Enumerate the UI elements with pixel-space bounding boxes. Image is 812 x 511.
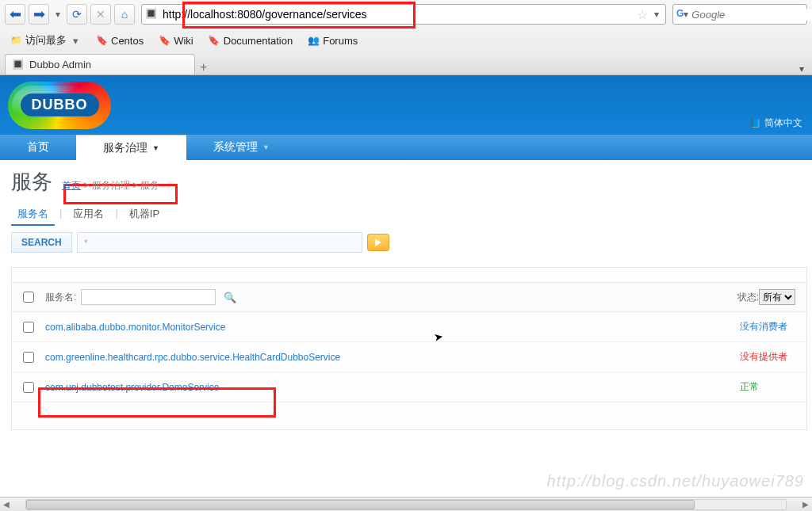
table-row: com.greenline.healthcard.rpc.dubbo.servi…	[12, 342, 806, 372]
table-header: 服务名: 🔍 状态: 所有	[12, 282, 806, 312]
history-dropdown[interactable]: ▾	[52, 9, 63, 20]
chevron-down-icon: ▼	[152, 144, 159, 152]
service-link[interactable]: com.greenline.healthcard.rpc.dubbo.servi…	[45, 352, 740, 363]
row-checkbox[interactable]	[23, 352, 34, 363]
url-dropdown[interactable]: ▾	[651, 9, 662, 20]
logo-text: DUBBO	[21, 93, 99, 116]
page-icon: 🔖	[208, 34, 220, 47]
nav-system[interactable]: 系统管理▼	[186, 135, 297, 160]
bookmark-centos[interactable]: 🔖Centos	[92, 32, 147, 48]
browser-tab-active[interactable]: 🔳 Dubbo Admin	[5, 54, 195, 74]
folder-icon: 📁	[10, 34, 22, 47]
back-button[interactable]: ⬅	[5, 4, 25, 25]
forums-icon: 👥	[307, 34, 320, 47]
language-icon: 📘	[750, 118, 761, 128]
subtab-machine-ip[interactable]: 机器IP	[123, 204, 166, 226]
search-icon[interactable]: 🔍	[224, 292, 236, 303]
browser-chrome: ⬅ ➡ ▾ ⟳ ✕ ⌂ 🔳 ☆ ▾ G ▾ 🔍 📁访问最多▾ 🔖Centos 🔖…	[0, 0, 812, 75]
results-panel: 服务名: 🔍 状态: 所有 com.alibaba.dubbo.monitor.…	[11, 267, 807, 430]
nav-governance[interactable]: 服务治理▼	[76, 135, 186, 160]
page-icon: 🔖	[158, 34, 170, 47]
crumb-gov: 服务治理	[92, 180, 130, 191]
service-link[interactable]: com.alibaba.dubbo.monitor.MonitorService	[45, 322, 740, 333]
page-title: 服务	[11, 168, 52, 196]
stop-button[interactable]: ✕	[90, 4, 111, 25]
url-bar[interactable]: 🔳 ☆ ▾	[141, 4, 666, 25]
browser-search-input[interactable]	[688, 9, 812, 21]
bookmark-documentation[interactable]: 🔖Documentation	[205, 32, 296, 48]
app-root: DUBBO 📘 简体中文 首页 服务治理▼ 系统管理▼ 服务 首页 > 服务治理…	[0, 75, 812, 430]
bookmark-wiki[interactable]: 🔖Wiki	[155, 32, 197, 48]
subtab-app-name[interactable]: 应用名	[67, 204, 110, 226]
page-icon: 🔖	[95, 34, 108, 47]
tab-favicon: 🔳	[12, 59, 25, 71]
subtab-service-name[interactable]: 服务名	[11, 204, 55, 226]
bookmarks-bar: 📁访问最多▾ 🔖Centos 🔖Wiki 🔖Documentation 👥For…	[0, 29, 812, 52]
reload-button[interactable]: ⟳	[67, 4, 87, 25]
row-checkbox[interactable]	[23, 382, 34, 393]
browser-toolbar: ⬅ ➡ ▾ ⟳ ✕ ⌂ 🔳 ☆ ▾ G ▾ 🔍	[0, 0, 812, 29]
search-go-button[interactable]	[367, 234, 389, 251]
tab-title: Dubbo Admin	[29, 59, 91, 71]
status-badge: 没有提供者	[740, 350, 795, 364]
search-input[interactable]	[77, 232, 362, 253]
crumb-current: 服务	[140, 180, 159, 191]
google-icon: G	[676, 8, 684, 21]
service-filter-input[interactable]	[81, 289, 216, 305]
browser-tabs: 🔳 Dubbo Admin + ▾	[0, 52, 812, 74]
table-row: com.unj.dubbotest.provider.DemoService正常	[12, 372, 806, 402]
top-nav: 首页 服务治理▼ 系统管理▼	[0, 135, 812, 160]
app-banner: DUBBO 📘 简体中文	[0, 75, 812, 135]
breadcrumb: 首页 > 服务治理 > 服务	[62, 179, 159, 193]
service-link[interactable]: com.unj.dubbotest.provider.DemoService	[45, 382, 740, 393]
col-status: 状态:	[737, 291, 759, 304]
status-badge: 正常	[740, 380, 795, 394]
search-row: SEARCH	[11, 232, 812, 253]
url-input[interactable]	[161, 6, 634, 22]
bookmark-forums[interactable]: 👥Forums	[304, 32, 361, 48]
bookmark-most-visited[interactable]: 📁访问最多▾	[6, 32, 84, 49]
home-button[interactable]: ⌂	[114, 4, 135, 25]
table-row: com.alibaba.dubbo.monitor.MonitorService…	[12, 312, 806, 342]
new-tab-button[interactable]: +	[200, 60, 207, 74]
select-all-checkbox[interactable]	[23, 292, 34, 303]
page-header: 服务 首页 > 服务治理 > 服务	[11, 168, 812, 196]
dubbo-logo: DUBBO	[8, 82, 111, 129]
browser-search-bar[interactable]: G ▾ 🔍	[672, 4, 807, 25]
status-filter-select[interactable]: 所有	[759, 289, 795, 305]
content-area: 服务 首页 > 服务治理 > 服务 服务名 | 应用名 | 机器IP SEARC…	[0, 160, 812, 430]
services-table: 服务名: 🔍 状态: 所有 com.alibaba.dubbo.monitor.…	[12, 282, 806, 402]
sub-tabs: 服务名 | 应用名 | 机器IP	[11, 204, 812, 226]
chevron-down-icon: ▼	[262, 143, 270, 151]
forward-button[interactable]: ➡	[29, 4, 49, 25]
tabs-overflow-button[interactable]: ▾	[799, 63, 804, 74]
col-service-name: 服务名:	[45, 291, 76, 304]
bookmark-star-icon[interactable]: ☆	[637, 7, 648, 22]
nav-home[interactable]: 首页	[0, 135, 76, 160]
status-badge: 没有消费者	[740, 320, 795, 334]
crumb-home[interactable]: 首页	[62, 180, 81, 191]
site-identity-icon: 🔳	[145, 8, 158, 21]
search-label: SEARCH	[11, 232, 72, 253]
language-switch[interactable]: 📘 简体中文	[750, 116, 802, 130]
row-checkbox[interactable]	[23, 322, 34, 333]
